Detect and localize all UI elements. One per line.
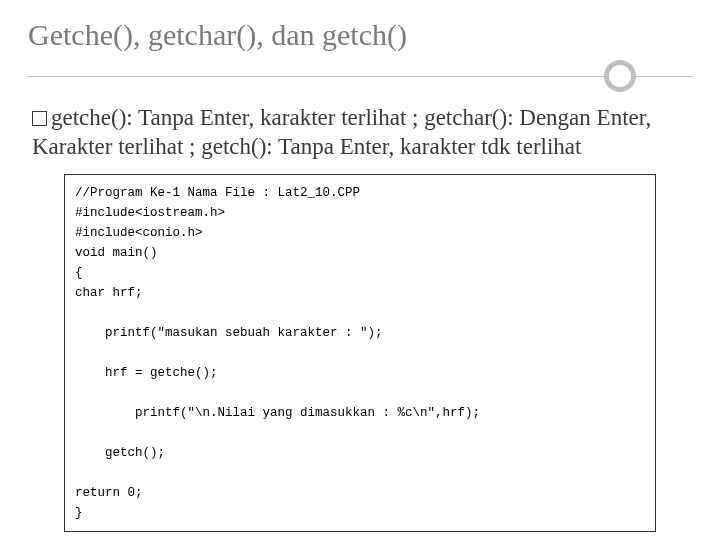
- body-text: getche(): Tanpa Enter, karakter terlihat…: [32, 105, 651, 159]
- divider-ring-icon: [604, 60, 636, 92]
- code-block: //Program Ke-1 Nama File : Lat2_10.CPP #…: [64, 174, 656, 532]
- slide-title: Getche(), getchar(), dan getch(): [28, 18, 692, 52]
- title-divider: [28, 60, 692, 94]
- body-paragraph: getche(): Tanpa Enter, karakter terlihat…: [32, 104, 688, 162]
- code-content: //Program Ke-1 Nama File : Lat2_10.CPP #…: [75, 183, 645, 523]
- slide: Getche(), getchar(), dan getch() getche(…: [0, 0, 720, 540]
- divider-line: [28, 76, 692, 77]
- bullet-icon: [32, 111, 47, 126]
